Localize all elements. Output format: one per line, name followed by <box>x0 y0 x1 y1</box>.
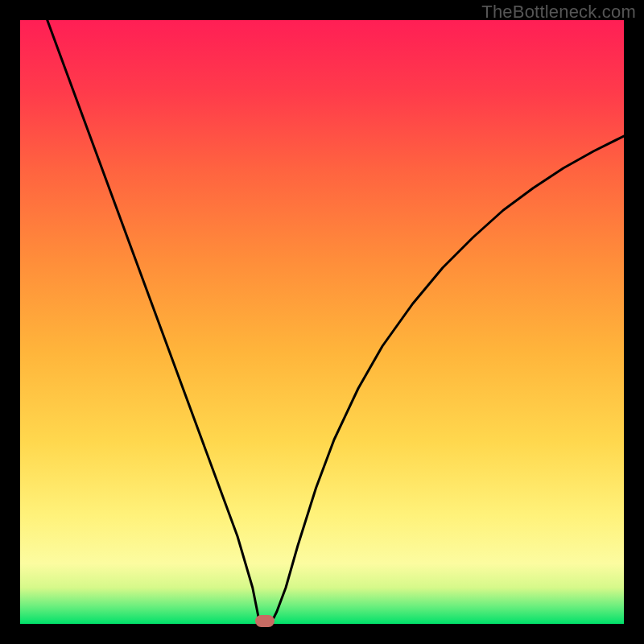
optimal-point-marker <box>255 615 275 627</box>
chart-frame <box>20 20 624 624</box>
chart-svg <box>20 20 624 624</box>
chart-background <box>20 20 624 624</box>
watermark-text: TheBottleneck.com <box>481 2 636 23</box>
